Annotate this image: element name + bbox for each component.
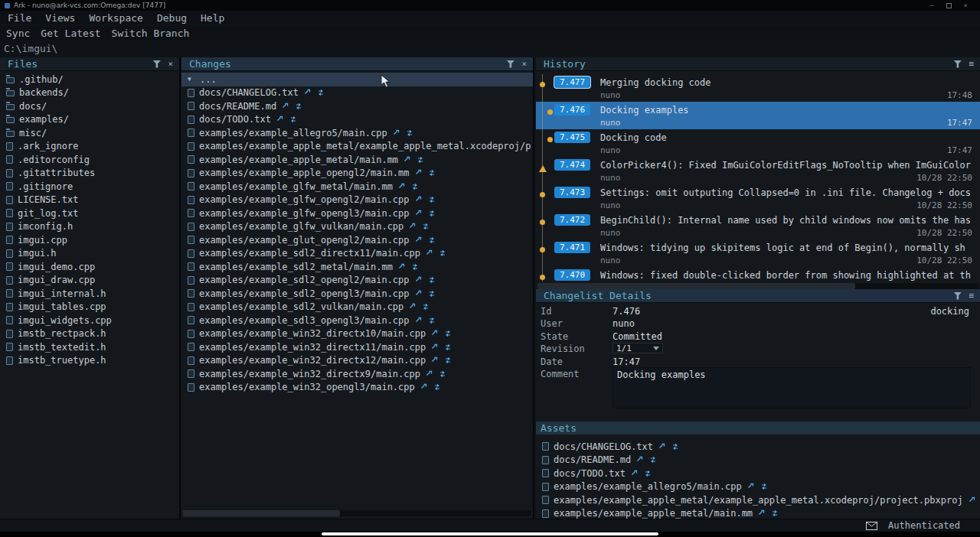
minimize-button[interactable]: –: [929, 2, 933, 9]
history-entry[interactable]: 7.475 Docking code nuno 17:47: [536, 129, 980, 157]
file-tree-item[interactable]: imgui_tables.cpp: [0, 301, 179, 314]
changed-file-row[interactable]: examples/example_apple_metal/example_app…: [181, 140, 533, 154]
close-icon[interactable]: ×: [521, 60, 527, 68]
history-entry[interactable]: 7.477 Merging docking code nuno 17:48: [536, 74, 980, 102]
toolbar-button[interactable]: Get Latest: [41, 28, 100, 39]
assets-header: Assets: [536, 421, 980, 434]
menu-item[interactable]: File: [8, 12, 31, 24]
item-type-icon: [6, 77, 15, 83]
changed-file-row[interactable]: examples/example_glfw_metal/main.mm: [181, 180, 533, 194]
changed-file-row[interactable]: examples/example_win32_directx12/main.cp…: [181, 354, 533, 368]
file-tree-item[interactable]: imstb_truetype.h: [0, 354, 179, 368]
chevron-down-icon: [653, 347, 659, 350]
scrollbar-thumb[interactable]: [183, 510, 340, 516]
file-tree-item[interactable]: git_log.txt: [0, 207, 179, 220]
changed-file-row[interactable]: examples/example_apple_opengl2/main.mm: [181, 167, 533, 181]
changed-file-row[interactable]: examples/example_sdl2_directx11/main.cpp: [181, 247, 533, 261]
changed-file-row[interactable]: docs/CHANGELOG.txt: [181, 86, 533, 100]
file-path: examples/example_apple_metal/main.mm: [199, 155, 398, 165]
scrollbar-thumb[interactable]: [537, 283, 855, 289]
changed-file-row[interactable]: examples/example_win32_directx11/main.cp…: [181, 340, 533, 354]
filter-icon[interactable]: [953, 292, 962, 300]
menu-icon[interactable]: ≡: [969, 292, 974, 300]
changed-file-row[interactable]: examples/example_glut_opengl2/main.cpp: [181, 233, 533, 247]
changed-file-row[interactable]: examples/example_allegro5/main.cpp: [181, 126, 533, 140]
toolbar-button[interactable]: Switch Branch: [112, 28, 190, 39]
file-tree-item[interactable]: imstb_rectpack.h: [0, 327, 179, 341]
changed-file-row[interactable]: examples/example_glfw_opengl2/main.cpp: [181, 194, 533, 207]
file-tree-item[interactable]: docs/: [0, 99, 179, 113]
close-icon[interactable]: ×: [168, 60, 173, 68]
detail-row-id: Id 7.476 docking: [536, 304, 980, 317]
menu-item[interactable]: Help: [201, 12, 224, 24]
file-tree-item[interactable]: .gitignore: [0, 180, 179, 194]
asset-row[interactable]: examples/example_allegro5/main.cpp: [536, 480, 980, 494]
maximize-button[interactable]: [946, 3, 952, 8]
changed-file-row[interactable]: docs/README.md: [181, 99, 533, 113]
file-tree-item[interactable]: misc/: [0, 126, 179, 140]
file-tree-item[interactable]: imstb_textedit.h: [0, 340, 179, 354]
history-horizontal-scrollbar[interactable]: [537, 283, 978, 289]
file-tree-item[interactable]: imconfig.h: [0, 220, 179, 234]
close-button[interactable]: ×: [964, 2, 968, 9]
file-tree-item[interactable]: .editorconfig: [0, 153, 179, 167]
history-entry[interactable]: 7.473 Settings: omit outputing Collapsed…: [536, 184, 980, 212]
changed-file-row[interactable]: examples/example_sdl3_opengl3/main.cpp: [181, 314, 533, 327]
changed-file-row[interactable]: examples/example_win32_directx10/main.cp…: [181, 327, 533, 341]
toolbar-button[interactable]: Sync: [6, 28, 30, 39]
file-tree-item[interactable]: .ark_ignore: [0, 140, 179, 154]
changed-file-row[interactable]: docs/TODO.txt: [181, 113, 533, 127]
filter-icon[interactable]: [506, 60, 514, 68]
changed-file-row[interactable]: examples/example_sdl2_metal/main.mm: [181, 260, 533, 274]
changed-file-row[interactable]: examples/example_sdl2_opengl2/main.cpp: [181, 274, 533, 288]
changed-file-row[interactable]: examples/example_sdl2_vulkan/main.cpp: [181, 301, 533, 314]
changed-file-row[interactable]: examples/example_glfw_vulkan/main.cpp: [181, 220, 533, 234]
changed-file-row[interactable]: examples/example_glfw_opengl3/main.cpp: [181, 207, 533, 220]
item-type-icon: [6, 330, 13, 338]
chevron-down-icon[interactable]: ▼: [188, 76, 195, 83]
comment-field[interactable]: Docking examples: [612, 367, 971, 408]
file-tree-item[interactable]: imgui.h: [0, 247, 179, 261]
menu-icon[interactable]: ≡: [969, 60, 974, 68]
menu-item[interactable]: Views: [45, 12, 75, 24]
file-tree-item[interactable]: LICENSE.txt: [0, 194, 179, 207]
filter-icon[interactable]: [152, 60, 161, 68]
detail-row-state: State Committed: [536, 330, 980, 342]
revision-dropdown[interactable]: 1/1: [612, 343, 663, 353]
asset-row[interactable]: docs/TODO.txt: [536, 467, 980, 480]
history-entry[interactable]: 7.476 Docking examples nuno 17:47: [536, 102, 980, 129]
workspace-path-bar: C:\imgui\: [0, 40, 980, 57]
history-entry[interactable]: 7.474 ColorPicker4(): Fixed ImGuiColorEd…: [536, 157, 980, 184]
changed-file-row[interactable]: examples/example_sdl2_opengl3/main.cpp: [181, 287, 533, 301]
file-tree-item[interactable]: backends/: [0, 86, 179, 100]
file-tree-item[interactable]: examples/: [0, 113, 179, 127]
history-entry[interactable]: 7.470 Windows: fixed double-clicked bord…: [536, 267, 980, 282]
item-type-icon: [6, 356, 13, 365]
file-tree-item[interactable]: .gitattributes: [0, 167, 179, 181]
commit-author: nuno: [600, 90, 621, 100]
menu-item[interactable]: Workspace: [89, 12, 142, 24]
asset-row[interactable]: docs/README.md: [536, 454, 980, 467]
file-icon: [542, 442, 549, 451]
changes-root-row[interactable]: ▼ ...: [181, 73, 533, 86]
file-tree-item[interactable]: .github/: [0, 73, 179, 86]
changed-file-row[interactable]: examples/example_win32_opengl3/main.cpp: [181, 381, 533, 395]
file-path: examples/example_win32_directx9/main.cpp: [199, 369, 420, 379]
file-tree-item[interactable]: imgui_demo.cpp: [0, 260, 179, 274]
filter-icon[interactable]: [953, 60, 962, 68]
asset-row[interactable]: docs/CHANGELOG.txt: [536, 440, 980, 454]
changed-file-row[interactable]: examples/example_apple_metal/main.mm: [181, 153, 533, 167]
changes-horizontal-scrollbar[interactable]: [183, 510, 531, 516]
checkout-icon: [295, 103, 302, 110]
changed-file-row[interactable]: examples/example_win32_directx9/main.cpp: [181, 367, 533, 381]
commit-time: 10/28 22:50: [916, 228, 972, 238]
file-tree-item[interactable]: imgui.cpp: [0, 233, 179, 247]
file-tree-item[interactable]: imgui_internal.h: [0, 287, 179, 301]
history-entry[interactable]: 7.471 Windows: tidying up skipitems logi…: [536, 239, 980, 267]
asset-row[interactable]: examples/example_apple_metal/main.mm: [536, 507, 980, 519]
asset-row[interactable]: examples/example_apple_metal/example_app…: [536, 493, 980, 507]
history-entry[interactable]: 7.472 BeginChild(): Internal name used b…: [536, 212, 980, 239]
file-tree-item[interactable]: imgui_draw.cpp: [0, 274, 179, 288]
menu-item[interactable]: Debug: [157, 12, 187, 24]
file-tree-item[interactable]: imgui_widgets.cpp: [0, 314, 179, 327]
